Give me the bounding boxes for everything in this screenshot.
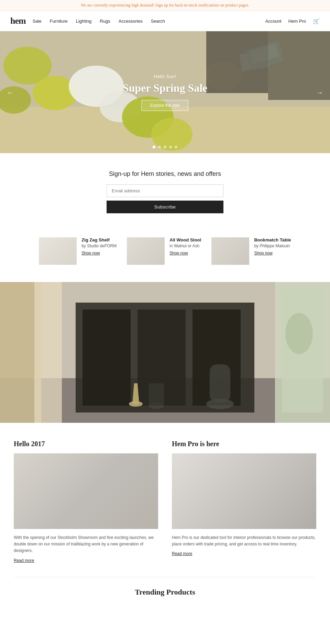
newsletter-heading: Sign-up for Hem stories, news and offers — [7, 170, 323, 178]
announcement-text: We are currently experiencing high deman… — [81, 3, 249, 8]
blog-body-2: Hem Pro is our dedicated tool for interi… — [172, 534, 316, 547]
blog-image-1 — [14, 453, 158, 529]
nav-rugs[interactable]: Rugs — [100, 19, 110, 24]
blog-item-2: Hem Pro is here Hem Pro is our dedicated… — [172, 440, 316, 563]
featured-text-3: Bookmatch Table by Philippe Malouin Shop… — [254, 237, 291, 256]
blog-image-2 — [172, 453, 316, 529]
featured-item-1: Zig Zag Shelf by Studio deFORM Shop now — [39, 237, 117, 265]
hero-next-button[interactable]: → — [313, 85, 327, 100]
blog-section: Hello 2017 With the opening of our Stock… — [0, 423, 330, 577]
featured-link-1[interactable]: Shop now — [81, 251, 100, 256]
featured-img-3 — [211, 237, 249, 265]
blog-body-1: With the opening of our Stockholm Showro… — [14, 534, 158, 554]
featured-designer-3: by Philippe Malouin — [254, 244, 291, 248]
nav-lighting[interactable]: Lighting — [76, 19, 92, 24]
newsletter-form: Subscribe — [7, 184, 323, 213]
featured-item-3: Bookmatch Table by Philippe Malouin Shop… — [211, 237, 291, 265]
nav-hem-pro[interactable]: Hem Pro — [288, 19, 306, 24]
nav-left: Sale Furniture Lighting Rugs Accessories… — [33, 19, 165, 24]
header: hem Sale Furniture Lighting Rugs Accesso… — [0, 11, 330, 31]
featured-text-2: All Wood Stool in Walnut or Ash Shop now — [169, 237, 201, 256]
announcement-bar: We are currently experiencing high deman… — [0, 0, 330, 11]
featured-designer-1: by Studio deFORM — [81, 244, 117, 248]
hero-subtitle: Hello Sun! — [123, 74, 208, 79]
editorial-banner: No Place like Home HQ and Showroom openi… — [0, 282, 330, 423]
hero-slider: ← Hello Sun! Super Spring Sale Explore t… — [0, 31, 330, 153]
blog-item-1: Hello 2017 With the opening of our Stock… — [14, 440, 158, 563]
nav-search[interactable]: Search — [151, 19, 165, 24]
blog-title-1: Hello 2017 — [14, 440, 158, 448]
trending-section: Trending Products — [0, 577, 330, 621]
svg-point-21 — [285, 313, 313, 354]
featured-designer-2: in Walnut or Ash — [169, 244, 201, 248]
cart-icon[interactable]: 🛒 — [313, 18, 320, 24]
svg-rect-13 — [206, 31, 268, 93]
newsletter-section: Sign-up for Hem stories, news and offers… — [0, 153, 330, 227]
featured-name-1: Zig Zag Shelf — [81, 237, 117, 242]
hero-title: Super Spring Sale — [123, 82, 208, 94]
nav-accessories[interactable]: Accessories — [119, 19, 143, 24]
hero-dot-2[interactable] — [158, 146, 161, 148]
trending-heading: Trending Products — [14, 588, 316, 597]
blog-title-2: Hem Pro is here — [172, 440, 316, 448]
featured-name-3: Bookmatch Table — [254, 237, 291, 242]
hero-content: Hello Sun! Super Spring Sale Explore the… — [123, 74, 208, 111]
featured-img-1 — [39, 237, 77, 265]
hero-dots — [153, 146, 177, 148]
svg-rect-29 — [149, 383, 164, 406]
nav-sale[interactable]: Sale — [33, 19, 42, 24]
nav-furniture[interactable]: Furniture — [50, 19, 68, 24]
hero-dot-4[interactable] — [169, 146, 172, 148]
featured-text-1: Zig Zag Shelf by Studio deFORM Shop now — [81, 237, 117, 256]
hero-cta-button[interactable]: Explore the sale — [142, 100, 188, 111]
svg-rect-31 — [210, 364, 230, 402]
featured-name-2: All Wood Stool — [169, 237, 201, 242]
blog-read-more-1[interactable]: Read more — [14, 558, 34, 563]
svg-rect-18 — [34, 282, 62, 423]
blog-read-more-2[interactable]: Read more — [172, 551, 192, 556]
newsletter-subscribe-button[interactable]: Subscribe — [107, 201, 223, 213]
hero-prev-button[interactable]: ← — [3, 85, 17, 100]
hero-dot-1[interactable] — [153, 146, 155, 148]
featured-link-2[interactable]: Shop now — [169, 251, 188, 256]
hero-dot-3[interactable] — [164, 146, 166, 148]
logo[interactable]: hem — [10, 16, 26, 26]
hero-dot-5[interactable] — [175, 146, 177, 148]
featured-products: Zig Zag Shelf by Studio deFORM Shop now … — [0, 227, 330, 282]
featured-item-2: All Wood Stool in Walnut or Ash Shop now — [127, 237, 201, 265]
svg-rect-23 — [82, 309, 131, 406]
featured-link-3[interactable]: Shop now — [254, 251, 272, 256]
nav-right: Account Hem Pro 🛒 — [265, 18, 320, 24]
newsletter-email-input[interactable] — [107, 184, 223, 197]
featured-img-2 — [127, 237, 165, 265]
nav-account[interactable]: Account — [265, 19, 282, 24]
